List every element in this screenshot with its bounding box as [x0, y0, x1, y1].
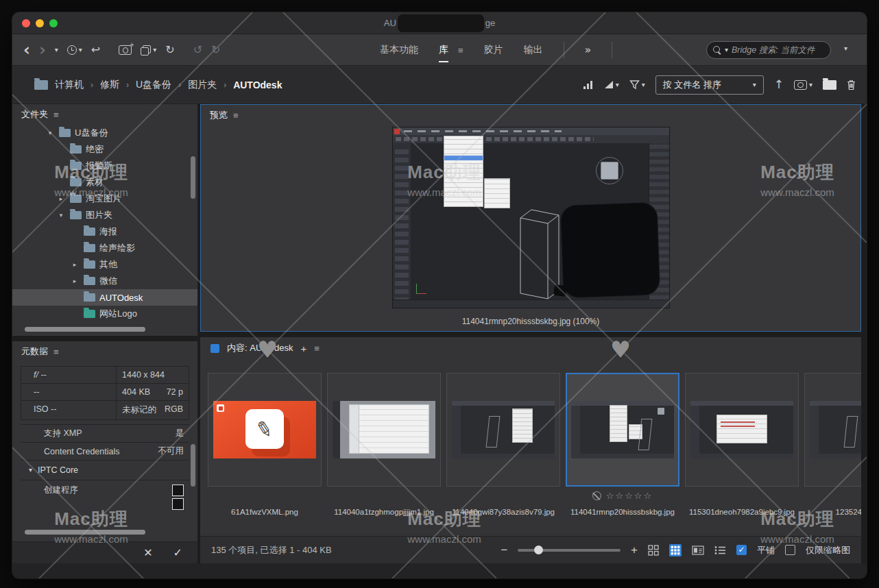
thumbnail-frame[interactable]	[804, 373, 861, 487]
swatch[interactable]	[172, 485, 184, 496]
cancel-metadata-icon[interactable]: ✕	[143, 546, 152, 559]
more-workspaces-icon[interactable]: »	[585, 45, 592, 56]
thumbnail-image[interactable]	[452, 401, 555, 458]
delete-trash-icon[interactable]	[847, 79, 856, 90]
add-icon[interactable]: +	[301, 343, 307, 354]
disclosure-open-icon[interactable]: ▾	[45, 130, 55, 136]
thumbnail-frame[interactable]	[327, 373, 441, 487]
folder-row[interactable]: 素材	[12, 174, 197, 191]
list-view-icon[interactable]	[714, 546, 726, 555]
tab-libraries[interactable]: 库	[439, 44, 448, 56]
crumb-computer[interactable]: 计算机	[55, 79, 84, 91]
crumb-pictures[interactable]: 图片夹	[188, 79, 217, 91]
metadata-panel-header[interactable]: 元数据 ≡	[12, 341, 197, 362]
tab-essentials[interactable]: 基本功能	[380, 44, 418, 56]
zoom-out-icon[interactable]: −	[501, 543, 507, 557]
redo-icon[interactable]: ↻	[211, 45, 220, 56]
apply-metadata-icon[interactable]: ✓	[173, 546, 182, 559]
grid-lock-view-icon[interactable]	[648, 545, 659, 556]
crumb-autodesk[interactable]: AUTOdesk	[233, 79, 282, 90]
tab-output[interactable]: 输出	[524, 44, 543, 56]
metadata-vertical-scrollbar[interactable]	[191, 444, 195, 487]
folder-row[interactable]: ▸微信	[12, 273, 197, 289]
history-menu[interactable]: ▾	[67, 45, 82, 55]
thumbnail-frame[interactable]	[685, 373, 799, 487]
search-options-chevron-icon[interactable]: ▾	[844, 45, 847, 52]
rating-row[interactable]: ☆☆☆☆☆	[566, 491, 679, 501]
panel-menu-icon[interactable]: ≡	[53, 347, 59, 357]
folder-row-selected[interactable]: AUTOdesk	[12, 289, 197, 306]
panel-menu-icon[interactable]: ≡	[53, 110, 59, 120]
disclosure-closed-icon[interactable]: ▸	[56, 195, 66, 202]
tab-filmstrip[interactable]: 胶片	[484, 44, 503, 56]
star-rating[interactable]: ☆☆☆☆☆	[606, 491, 653, 501]
refresh-icon[interactable]: ↻	[165, 45, 174, 56]
folder-row[interactable]: 网站Logo	[12, 306, 197, 322]
forward-icon[interactable]: ›	[39, 42, 46, 58]
get-photos-camera-icon[interactable]	[119, 45, 132, 55]
minimize-window-button[interactable]	[36, 19, 44, 27]
folder-row[interactable]: ▾图片夹	[12, 207, 197, 223]
slider-knob[interactable]	[534, 546, 543, 554]
crumb-xiusi[interactable]: 修斯	[100, 79, 119, 91]
folder-row[interactable]: 海报	[12, 223, 197, 240]
workspace-menu-icon[interactable]: ≡	[458, 45, 463, 56]
folder-row[interactable]: 绝密	[12, 141, 197, 158]
back-icon[interactable]: ‹	[23, 42, 30, 58]
file-cell[interactable]: 115301dneoh7982a9iebc9.jpg	[685, 359, 799, 536]
new-folder-icon[interactable]	[823, 80, 836, 90]
folder-row[interactable]: 绘声绘影	[12, 240, 197, 256]
sort-direction-menu[interactable]: ▾	[604, 80, 619, 89]
thumbnail-frame[interactable]: ✎	[208, 373, 322, 487]
thumbnails-only-checkbox[interactable]	[785, 545, 795, 555]
zoom-window-button[interactable]	[49, 19, 58, 27]
disclosure-closed-icon[interactable]: ▸	[70, 261, 80, 268]
swatch[interactable]	[172, 498, 184, 510]
thumbnail-frame[interactable]	[566, 373, 679, 487]
preview-panel-header[interactable]: 预览 ≡	[201, 105, 860, 125]
file-cell[interactable]: 114040a1tzghmogpjjjjm1.jpg	[327, 359, 441, 536]
search-scope-chevron-icon[interactable]: ▾	[725, 47, 728, 53]
thumbnail-image[interactable]	[690, 401, 793, 458]
disclosure-open-icon[interactable]: ▾	[56, 212, 66, 219]
thumbnail-image[interactable]	[810, 401, 861, 458]
zoom-in-icon[interactable]: +	[631, 543, 638, 557]
undo-icon[interactable]: ↺	[193, 45, 202, 56]
file-cell[interactable]: ✎ 61A1fwzVXML.png	[208, 359, 322, 536]
camera-raw-menu[interactable]: ▾	[794, 80, 812, 90]
sort-ascending-icon[interactable]	[583, 80, 594, 89]
return-to-app-icon[interactable]: ↩	[91, 45, 100, 56]
preview-image[interactable]	[392, 127, 670, 308]
file-cell-selected[interactable]: ☆☆☆☆☆ 114041rmnp20hisssbskbg.jpg	[566, 359, 679, 536]
folder-row[interactable]: 报警斯	[12, 158, 197, 174]
details-view-icon[interactable]	[692, 546, 704, 555]
folders-panel-header[interactable]: 文件夹 ≡	[12, 104, 197, 125]
disclosure-closed-icon[interactable]: ▸	[70, 278, 80, 284]
folders-vertical-scrollbar[interactable]	[191, 156, 195, 199]
folders-horizontal-scrollbar[interactable]	[25, 327, 145, 332]
close-window-button[interactable]	[22, 19, 30, 27]
sort-order-up-icon[interactable]: ↑	[774, 79, 784, 90]
tiled-checkbox[interactable]	[736, 545, 747, 555]
titlebar[interactable]: AU ge	[12, 12, 867, 34]
content-panel-header[interactable]: 内容: AUTOdesk + ≡	[200, 337, 861, 359]
folder-row[interactable]: ▸淘宝图片	[12, 191, 197, 207]
thumbnail-frame[interactable]	[446, 373, 560, 487]
metadata-horizontal-scrollbar[interactable]	[25, 530, 145, 535]
panel-menu-icon[interactable]: ≡	[314, 343, 320, 354]
sort-by-dropdown[interactable]: 按 文件名 排序 ▾	[655, 75, 764, 95]
thumbnail-size-slider[interactable]	[518, 549, 621, 552]
nav-chevron-icon[interactable]: ▾	[55, 47, 58, 53]
thumbnail-image[interactable]	[333, 401, 435, 458]
crumb-usb-backup[interactable]: U盘备份	[136, 79, 171, 91]
file-cell[interactable]: 123524cij58mt	[804, 359, 861, 536]
iptc-core-section[interactable]: ▾ IPTC Core	[21, 461, 189, 480]
thumbnail-view-active-icon[interactable]	[669, 544, 682, 556]
thumbnail-image[interactable]	[571, 401, 674, 458]
thumbnail-image[interactable]: ✎	[213, 401, 316, 458]
folder-row[interactable]: ▾U盘备份	[12, 125, 197, 141]
filter-menu[interactable]: ▾	[629, 80, 645, 90]
file-cell[interactable]: 114040gwi87y38azis8v79.jpg	[446, 359, 560, 536]
panel-menu-icon[interactable]: ≡	[233, 110, 239, 121]
folder-row[interactable]: ▸其他	[12, 256, 197, 273]
